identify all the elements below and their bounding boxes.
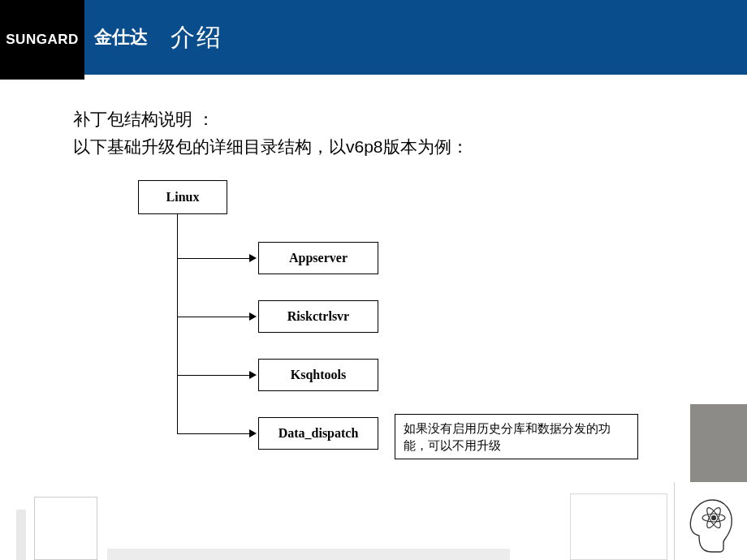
connector-h1 xyxy=(177,258,252,259)
brand-cn-text: 金仕达 xyxy=(94,25,148,50)
arrow-icon xyxy=(249,254,257,262)
description-line1: 补丁包结构说明 ： xyxy=(73,106,747,133)
diagram-note: 如果没有启用历史分库和数据分发的功能，可以不用升级 xyxy=(395,414,638,459)
decoration-gray-block-icon xyxy=(690,404,747,482)
node-appserver: Appserver xyxy=(258,242,378,274)
decoration-bar-icon xyxy=(16,510,26,560)
arrow-icon xyxy=(249,312,257,321)
arrow-icon xyxy=(249,429,257,437)
connector-vertical xyxy=(177,214,178,433)
arrow-icon xyxy=(249,371,257,379)
brand-en-text: SUNGARD xyxy=(6,32,78,48)
brand-logo-en: SUNGARD xyxy=(0,0,84,80)
header: SUNGARD 金仕达 介绍 xyxy=(0,0,747,80)
node-root: Linux xyxy=(138,180,227,214)
header-blue: 金仕达 介绍 xyxy=(84,0,747,75)
description-line2: 以下基础升级包的详细目录结构，以v6p8版本为例： xyxy=(73,133,747,161)
svg-point-3 xyxy=(711,516,715,520)
connector-h3 xyxy=(177,375,252,376)
node-ksqhtools: Ksqhtools xyxy=(258,359,378,391)
content: 补丁包结构说明 ： 以下基础升级包的详细目录结构，以v6p8版本为例： xyxy=(0,80,747,160)
head-atom-icon xyxy=(674,482,747,560)
tree-diagram: Linux Appserver Riskctrlsvr Ksqhtools Da… xyxy=(138,180,706,456)
node-riskctrlsvr: Riskctrlsvr xyxy=(258,300,378,333)
connector-h2 xyxy=(177,317,252,317)
page-title: 介绍 xyxy=(171,21,222,54)
footer-decoration xyxy=(0,482,747,560)
connector-h4 xyxy=(177,433,252,434)
decoration-panel-icon xyxy=(570,493,667,560)
decoration-strip-icon xyxy=(107,549,510,560)
node-data-dispatch: Data_dispatch xyxy=(258,417,378,450)
decoration-box-icon xyxy=(34,497,97,560)
